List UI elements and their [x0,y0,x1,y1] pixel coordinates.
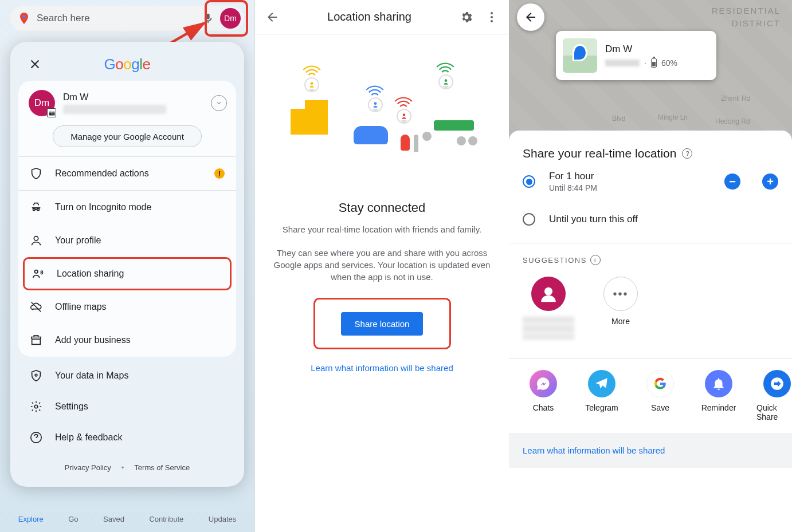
option-sublabel: Until 8:44 PM [549,183,711,192]
share-target-chats[interactable]: Chats [523,370,564,421]
back-button[interactable] [517,3,544,31]
svg-point-6 [491,12,493,14]
more-icon[interactable] [485,10,499,24]
suggestions-header: SUGGESTIONS [523,256,587,265]
menu-offline-maps[interactable]: Offline maps [18,290,236,324]
menu-label: Help & feedback [55,432,122,443]
svg-point-0 [23,15,26,18]
close-button[interactable] [26,56,44,73]
svg-point-12 [444,79,447,82]
manage-account-button[interactable]: Manage your Google Account [53,125,202,147]
option-label: Until you turn this off [549,214,778,225]
svg-point-11 [402,113,405,116]
share-sheet: Share your real-time location ? For 1 ho… [509,131,792,532]
account-modal: Google Dm📷 Dm W Manage your Google Accou… [10,42,244,487]
share-label: Quick Share [756,403,792,421]
learn-link[interactable]: Learn what information will be shared [509,433,792,468]
help-icon [30,431,42,444]
share-target-quickshare[interactable]: Quick Share [756,370,792,421]
share-target-save[interactable]: Save [640,370,681,421]
google-icon [646,370,674,397]
bell-icon [705,370,732,397]
location-sharing-icon [32,267,44,280]
menu-label: Offline maps [55,302,107,312]
share-location-button[interactable]: Share location [341,312,424,336]
share-target-telegram[interactable]: Telegram [581,370,622,421]
svg-point-7 [491,16,493,18]
option-label: For 1 hour [549,171,711,182]
messenger-icon [530,370,557,397]
quickshare-icon [763,370,791,397]
menu-profile[interactable]: Your profile [18,224,236,257]
camera-badge-icon: 📷 [47,108,56,117]
menu-your-data[interactable]: Your data in Maps [18,360,236,391]
svg-point-9 [310,82,313,85]
separator-dot: • [121,463,124,472]
gear-icon[interactable] [460,10,473,24]
menu-settings[interactable]: Settings [18,391,236,422]
radio-unchecked-icon[interactable] [523,213,535,226]
svg-point-4 [34,405,38,408]
share-target-reminder[interactable]: Reminder [698,370,739,421]
account-avatar: Dm📷 [29,90,55,116]
header: Location sharing [255,0,509,34]
shield-check-icon [30,369,42,382]
duration-option-1hour[interactable]: For 1 hour Until 8:44 PM − + [509,160,792,203]
suggestion-contact[interactable] [523,277,574,340]
back-icon[interactable] [265,10,279,24]
suggestion-name-redacted [523,317,574,340]
menu-add-business[interactable]: Add your business [18,324,236,357]
contact-map-thumbnail [563,38,597,73]
contact-name: Dm W [605,44,677,55]
menu-label: Recommended actions [55,168,149,179]
battery-level: 60% [661,58,677,68]
increase-button[interactable]: + [762,174,778,190]
telegram-icon [588,370,615,397]
contact-address-redacted [605,60,640,66]
account-row[interactable]: Dm📷 Dm W [18,81,236,125]
google-logo: Google [104,56,151,73]
svg-point-3 [35,374,37,376]
terms-link[interactable]: Terms of Service [134,463,190,472]
menu-help[interactable]: Help & feedback [18,422,236,453]
nav-explore[interactable]: Explore [18,515,44,523]
share-label: Chats [533,403,554,412]
duration-option-until-off[interactable]: Until you turn this off [509,203,792,236]
menu-location-sharing[interactable]: Location sharing [23,257,232,290]
contact-card[interactable]: Dm W · 60% [556,31,716,80]
info-icon[interactable]: ? [682,148,692,159]
nav-go[interactable]: Go [68,515,78,523]
svg-point-1 [34,237,38,241]
menu-label: Turn on Incognito mode [55,202,151,212]
menu-label: Location sharing [57,269,124,279]
decrease-button[interactable]: − [724,174,740,190]
cloud-off-icon [30,301,42,313]
learn-link[interactable]: Learn what information will be shared [255,363,509,373]
menu-label: Settings [55,401,88,412]
menu-recommended-actions[interactable]: Recommended actions ! [18,157,236,190]
subheading-2: They can see where you are and share wit… [255,247,509,283]
privacy-link[interactable]: Privacy Policy [65,463,111,472]
expand-accounts-button[interactable] [211,95,227,111]
menu-incognito[interactable]: Turn on Incognito mode [18,191,236,224]
share-label: Save [651,403,669,412]
more-icon: ••• [603,277,638,311]
account-name: Dm W [63,92,166,103]
nav-updates[interactable]: Updates [209,515,236,523]
nav-contribute[interactable]: Contribute [149,515,183,523]
share-label: Reminder [701,403,736,412]
alert-badge: ! [214,168,225,179]
radio-checked-icon[interactable] [523,175,535,188]
person-icon [30,234,42,247]
svg-point-13 [544,287,552,295]
nav-saved[interactable]: Saved [103,515,124,523]
menu-label: Add your business [55,335,131,345]
suggestion-more[interactable]: ••• More [595,277,646,340]
info-icon[interactable]: i [590,255,601,265]
incognito-icon [30,201,42,214]
bottom-nav: Explore Go Saved Contribute Updates [0,509,254,529]
subheading-1: Share your real-time location with frien… [255,223,509,235]
share-label: Telegram [585,403,618,412]
battery-icon [651,58,657,68]
annotation-box: Share location [313,298,451,349]
